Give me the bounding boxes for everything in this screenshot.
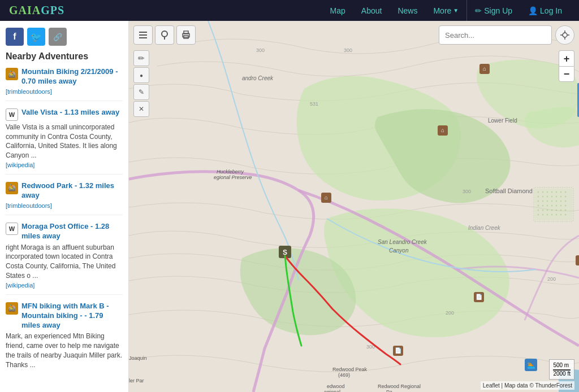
zoom-out-button[interactable]: − xyxy=(559,66,574,82)
svg-text:Canyon: Canyon xyxy=(389,247,409,254)
svg-text:200: 200 xyxy=(446,310,454,316)
bike-icon: 🚵 xyxy=(6,68,18,80)
svg-text:531: 531 xyxy=(310,101,318,107)
signup-label: Sign Up xyxy=(484,6,512,15)
adventure-link[interactable]: Redwood Park - 1.32 miles away xyxy=(21,181,123,201)
zoom-controls: + − xyxy=(559,50,574,82)
layers-button[interactable] xyxy=(133,25,153,45)
svg-point-23 xyxy=(538,196,539,198)
adventure-header: 🚵 Redwood Park - 1.32 miles away xyxy=(6,181,123,201)
svg-point-30 xyxy=(538,201,539,202)
twitter-icon[interactable]: 🐦 xyxy=(27,28,45,46)
svg-point-8 xyxy=(563,33,567,37)
svg-text:Joaquin: Joaquin xyxy=(129,355,147,361)
share-link-icon[interactable]: 🔗 xyxy=(49,28,67,46)
svg-text:300: 300 xyxy=(344,47,352,53)
svg-point-40 xyxy=(551,205,553,207)
svg-point-17 xyxy=(542,191,544,193)
svg-text:⌂: ⌂ xyxy=(325,194,328,201)
bike-icon: 🚵 xyxy=(6,302,18,315)
svg-text:300: 300 xyxy=(463,189,471,194)
svg-text:edwood: edwood xyxy=(327,384,345,389)
svg-point-39 xyxy=(547,205,548,207)
map-scale: 500 m 2000 ft xyxy=(549,359,574,380)
chevron-down-icon: ▼ xyxy=(453,7,459,14)
svg-text:ler Par: ler Par xyxy=(129,378,144,384)
svg-point-56 xyxy=(560,214,562,216)
svg-point-50 xyxy=(565,210,567,211)
svg-text:Indian Creek: Indian Creek xyxy=(468,225,501,231)
list-item: W Valle Vista - 1.13 miles away Valle Vi… xyxy=(6,108,123,175)
list-item: 🚵 MFN biking with Mark B - Mountain biki… xyxy=(6,302,123,376)
pin-button[interactable] xyxy=(155,25,174,45)
svg-text:(469): (469) xyxy=(338,372,350,378)
adventure-link[interactable]: MFN biking with Mark B - Mountain biking… xyxy=(21,302,123,330)
svg-point-34 xyxy=(556,201,558,202)
delete-button[interactable]: ✕ xyxy=(133,101,149,117)
adventure-header: 🚵 MFN biking with Mark B - Mountain biki… xyxy=(6,302,123,330)
adventure-source: [wikipedia] xyxy=(6,162,123,168)
adventure-header: 🚵 Mountain Biking 2/21/2009 - 0.70 miles… xyxy=(6,67,123,86)
svg-point-53 xyxy=(547,214,548,216)
nav-map[interactable]: Map xyxy=(322,0,353,21)
map-attribution: Leaflet | Map data © ThunderForest xyxy=(481,381,574,390)
adventure-link[interactable]: Valle Vista - 1.13 miles away xyxy=(21,108,119,117)
adventure-source: [trimbleoutdoors] xyxy=(6,202,123,209)
nav-news[interactable]: News xyxy=(390,0,425,21)
logo: GAIAGPS xyxy=(9,4,64,17)
sidebar: f 🐦 🔗 Nearby Adventures 🚵 Mountain Bikin… xyxy=(0,21,129,392)
adventure-link[interactable]: Mountain Biking 2/21/2009 - 0.70 miles a… xyxy=(21,67,123,86)
scale-2000ft: 2000 ft xyxy=(553,371,571,377)
adventure-link[interactable]: Moraga Post Office - 1.28 miles away xyxy=(21,222,123,241)
svg-point-20 xyxy=(556,191,558,193)
search-input[interactable] xyxy=(439,25,552,45)
nav-signup[interactable]: ✏ Sign Up xyxy=(467,0,520,21)
crosshair-icon xyxy=(560,30,570,40)
svg-rect-1 xyxy=(139,34,147,36)
locate-button[interactable] xyxy=(555,25,574,45)
map-toolbar xyxy=(133,25,196,45)
svg-point-46 xyxy=(547,210,548,211)
svg-text:Pa...: Pa... xyxy=(386,389,397,392)
svg-point-35 xyxy=(560,201,562,202)
svg-text:📄: 📄 xyxy=(476,293,483,300)
login-label: Log In xyxy=(540,6,562,15)
map-view[interactable]: andro Creek Huckleberry egional Preserve… xyxy=(129,21,579,392)
print-button[interactable] xyxy=(176,25,196,45)
social-icons: f 🐦 🔗 xyxy=(6,28,123,46)
svg-point-33 xyxy=(551,201,553,202)
svg-point-45 xyxy=(542,210,544,211)
svg-point-37 xyxy=(538,205,539,207)
svg-point-42 xyxy=(560,205,562,207)
facebook-icon[interactable]: f xyxy=(6,28,24,46)
pencil-draw-button[interactable]: ✏ xyxy=(133,50,149,66)
svg-point-27 xyxy=(556,196,558,198)
svg-point-28 xyxy=(560,196,562,198)
svg-point-24 xyxy=(542,196,544,198)
zoom-in-button[interactable]: + xyxy=(559,50,574,66)
nav-login[interactable]: 👤 Log In xyxy=(520,0,570,21)
svg-point-54 xyxy=(551,214,553,216)
map-container[interactable]: ✏ ● ✎ ✕ + − xyxy=(129,21,579,392)
adventure-desc: Mark, an experienced Mtn Biking friend, … xyxy=(6,332,123,369)
svg-text:🏊: 🏊 xyxy=(527,360,535,369)
svg-point-21 xyxy=(560,191,562,193)
svg-point-25 xyxy=(547,196,548,198)
svg-point-38 xyxy=(542,205,544,207)
wiki-icon: W xyxy=(6,108,18,121)
svg-text:Lower Field: Lower Field xyxy=(488,117,517,124)
nav-more[interactable]: More ▼ xyxy=(425,0,466,21)
pin-icon xyxy=(160,30,169,40)
svg-text:Softball Diamond: Softball Diamond xyxy=(485,188,533,194)
adventure-desc: Valle Vista is a small unincorporated co… xyxy=(6,123,123,160)
scale-500m: 500 m xyxy=(553,362,571,371)
svg-point-29 xyxy=(565,196,567,198)
waypoint-button[interactable]: ● xyxy=(133,67,149,83)
nav-about[interactable]: About xyxy=(353,0,390,21)
svg-point-51 xyxy=(538,214,539,216)
svg-text:egional: egional xyxy=(324,389,340,392)
edit-button[interactable]: ✎ xyxy=(133,84,149,100)
person-icon: 👤 xyxy=(528,6,538,15)
svg-point-36 xyxy=(565,201,567,202)
svg-point-43 xyxy=(565,205,567,207)
